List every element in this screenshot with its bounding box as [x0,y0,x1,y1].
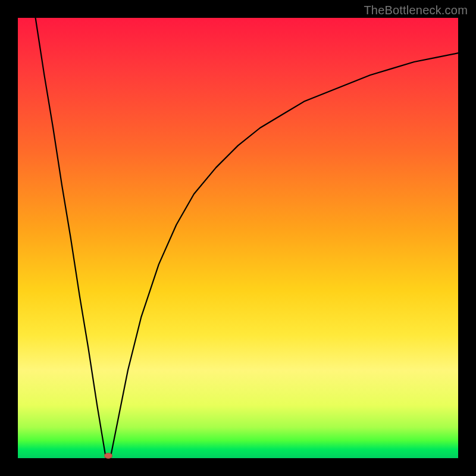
frame: TheBottleneck.com [0,0,476,476]
watermark-text: TheBottleneck.com [364,4,468,17]
curve-path [36,18,458,458]
bottleneck-curve [18,18,458,458]
